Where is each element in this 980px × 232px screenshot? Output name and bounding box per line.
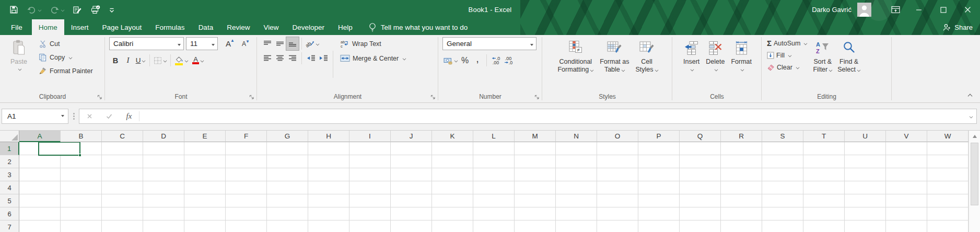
increase-decimal-button[interactable]: .0 .00 xyxy=(489,54,502,67)
tab-view[interactable]: View xyxy=(256,19,285,35)
column-header-J[interactable]: J xyxy=(391,131,432,142)
column-header-N[interactable]: N xyxy=(556,131,597,142)
top-align-button[interactable] xyxy=(261,37,274,50)
selected-cell-A1[interactable] xyxy=(38,142,80,156)
column-header-W[interactable]: W xyxy=(927,131,969,142)
bold-button[interactable]: B xyxy=(109,54,122,67)
column-header-G[interactable]: G xyxy=(267,131,308,142)
format-painter-button[interactable]: Format Painter xyxy=(37,64,95,78)
copy-button[interactable]: Copy xyxy=(37,51,95,64)
row-cells-3[interactable] xyxy=(19,168,969,181)
column-header-M[interactable]: M xyxy=(515,131,556,142)
column-header-U[interactable]: U xyxy=(845,131,886,142)
tab-review[interactable]: Review xyxy=(220,19,256,35)
column-header-O[interactable]: O xyxy=(597,131,638,142)
tab-formulas[interactable]: Formulas xyxy=(148,19,191,35)
italic-button[interactable]: I xyxy=(122,54,134,67)
middle-align-button[interactable] xyxy=(274,37,286,50)
close-button[interactable] xyxy=(955,0,980,19)
accounting-format-button[interactable] xyxy=(442,54,459,67)
print-preview-button[interactable] xyxy=(87,4,103,16)
column-header-E[interactable]: E xyxy=(184,131,226,142)
column-header-C[interactable]: C xyxy=(102,131,143,142)
column-header-R[interactable]: R xyxy=(721,131,762,142)
tab-page-layout[interactable]: Page Layout xyxy=(96,19,149,35)
increase-indent-button[interactable] xyxy=(317,52,330,65)
orientation-button[interactable]: ab xyxy=(305,37,320,50)
font-dialog-launcher[interactable] xyxy=(249,95,254,100)
wrap-text-button[interactable]: abc Wrap Text xyxy=(338,37,408,50)
tab-file[interactable]: File xyxy=(2,19,32,35)
ribbon-display-options-button[interactable] xyxy=(889,4,902,16)
clear-button[interactable]: Clear xyxy=(766,61,808,73)
tab-data[interactable]: Data xyxy=(192,19,220,35)
tab-developer[interactable]: Developer xyxy=(285,19,331,35)
cell-styles-button[interactable]: Cell Styles xyxy=(633,37,660,74)
row-cells-4[interactable] xyxy=(19,181,969,194)
column-header-V[interactable]: V xyxy=(886,131,927,142)
insert-cells-button[interactable]: Insert xyxy=(681,37,702,71)
formula-input[interactable] xyxy=(139,109,964,123)
column-header-H[interactable]: H xyxy=(308,131,349,142)
cut-button[interactable]: Cut xyxy=(37,37,95,51)
paste-button[interactable]: Paste xyxy=(4,37,33,71)
fill-handle[interactable] xyxy=(78,154,81,157)
column-header-L[interactable]: L xyxy=(473,131,515,142)
redo-button[interactable] xyxy=(46,4,67,15)
row-cells-1[interactable] xyxy=(19,142,969,155)
tab-help[interactable]: Help xyxy=(331,19,359,35)
row-cells-5[interactable] xyxy=(19,194,969,207)
conditional-formatting-button[interactable]: ≠ Conditional Formatting xyxy=(555,37,596,74)
format-as-table-button[interactable]: Format as Table xyxy=(597,37,632,74)
font-size-combo[interactable]: 11 xyxy=(186,37,218,50)
enter-button[interactable] xyxy=(99,109,119,123)
tab-home[interactable]: Home xyxy=(32,19,64,35)
clipboard-dialog-launcher[interactable] xyxy=(97,95,102,100)
align-right-button[interactable] xyxy=(286,52,299,65)
column-header-S[interactable]: S xyxy=(762,131,803,142)
font-name-combo[interactable]: Calibri xyxy=(109,37,184,50)
scroll-up-button[interactable] xyxy=(969,131,980,142)
minimize-button[interactable] xyxy=(906,0,931,19)
fill-button[interactable]: Fill xyxy=(766,49,808,61)
column-header-P[interactable]: P xyxy=(638,131,680,142)
column-header-B[interactable]: B xyxy=(61,131,102,142)
format-cells-button[interactable]: Format xyxy=(728,37,754,71)
column-header-F[interactable]: F xyxy=(226,131,267,142)
insert-function-button[interactable]: fx xyxy=(119,109,139,123)
increase-font-size-button[interactable]: A▲ xyxy=(222,37,235,50)
comma-style-button[interactable]: , xyxy=(471,54,484,67)
delete-cells-button[interactable]: Delete xyxy=(703,37,727,71)
decrease-decimal-button[interactable]: .00 .0 xyxy=(502,54,515,67)
customize-qat-button[interactable] xyxy=(106,5,118,15)
find-select-button[interactable]: Find & Select xyxy=(835,37,863,74)
scrollbar-thumb[interactable] xyxy=(971,143,978,205)
column-header-Q[interactable]: Q xyxy=(680,131,721,142)
column-header-D[interactable]: D xyxy=(143,131,184,142)
edit-document-button[interactable] xyxy=(69,4,85,16)
tell-me-box[interactable]: Tell me what you want to do xyxy=(369,19,468,35)
underline-button[interactable]: U xyxy=(134,54,147,67)
decrease-font-size-button[interactable]: A▼ xyxy=(238,37,250,50)
row-header-2[interactable]: 2 xyxy=(0,155,19,168)
row-cells-6[interactable] xyxy=(19,207,969,221)
row-header-3[interactable]: 3 xyxy=(0,168,19,181)
row-header-5[interactable]: 5 xyxy=(0,194,19,207)
merge-center-button[interactable]: Merge & Center xyxy=(338,52,408,65)
avatar[interactable] xyxy=(857,3,871,17)
bottom-align-button[interactable] xyxy=(286,37,299,50)
column-header-I[interactable]: I xyxy=(349,131,391,142)
autosum-button[interactable]: Σ AutoSum xyxy=(766,37,808,49)
font-color-button[interactable]: A xyxy=(191,54,205,67)
sort-filter-button[interactable]: AZ Sort & Filter xyxy=(810,37,835,74)
row-cells-7[interactable] xyxy=(19,221,969,232)
align-center-button[interactable] xyxy=(274,52,286,65)
undo-button[interactable] xyxy=(24,4,44,15)
name-box[interactable]: A1 xyxy=(2,109,68,124)
share-button[interactable]: Share xyxy=(943,19,973,35)
cancel-button[interactable] xyxy=(79,109,99,123)
vertical-scrollbar[interactable] xyxy=(969,131,980,232)
expand-formula-bar-button[interactable] xyxy=(964,115,976,118)
user-name[interactable]: Darko Gavrić xyxy=(812,6,851,14)
row-cells-2[interactable] xyxy=(19,155,969,168)
